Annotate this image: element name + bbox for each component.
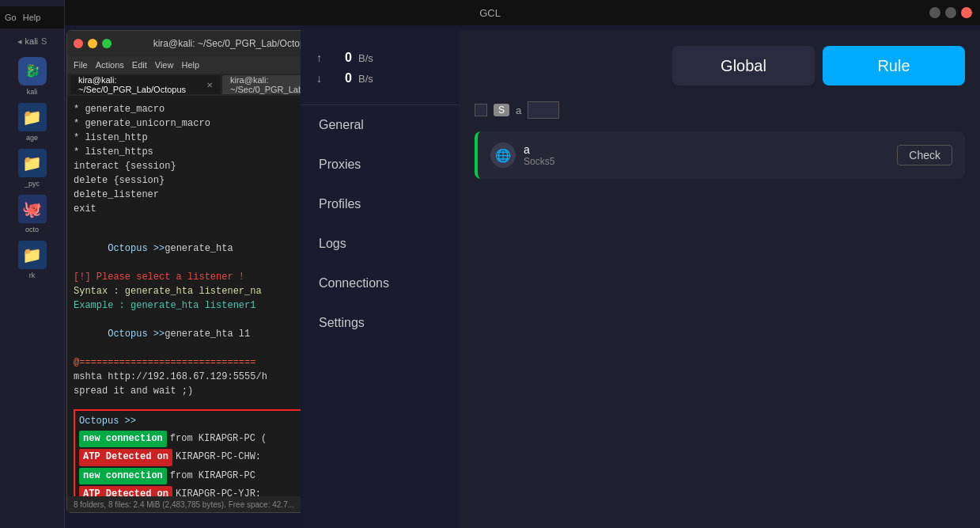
nav-item-proxies[interactable]: Proxies [301,145,459,184]
filter-checkbox[interactable] [475,104,487,116]
terminal-maximize-btn[interactable] [102,39,112,48]
terminal-close-btn[interactable] [74,39,83,48]
proxy-panel: ↑ 0 B/s ↓ 0 B/s General Proxies Profiles… [301,30,980,528]
upload-arrow-icon: ↑ [316,51,322,64]
proxy-entry-icon: 🌐 [490,142,516,168]
left-sidebar: Go Help ◂ kali S 🐉 kali 📁 age 📁 _pyc 🐙 o… [0,0,65,528]
gcl-minimize-btn[interactable] [929,7,940,18]
menu-actions[interactable]: Actions [96,60,124,70]
sidebar-item-octo[interactable]: 🐙 octo [9,192,56,235]
proxy-top-buttons: Global Rule [475,46,965,85]
sidebar-nav-help[interactable]: Help [23,13,41,22]
atp-2-text: KIRAPGR-PC-YJR: [176,487,261,496]
btn-rule[interactable]: Rule [823,46,965,85]
sidebar-breadcrumb: ◂ kali S [13,35,52,48]
prompt-label: Octopus >> [79,414,136,429]
connection-2-text: from KIRAPGR-PC [170,469,255,484]
nav-item-general[interactable]: General [301,105,459,145]
sidebar-nav-go[interactable]: Go [5,13,17,22]
pyc-icon: 📁 [18,149,47,177]
gcl-titlebar: GCL [0,0,980,25]
upload-speed-value: 0 [328,51,352,65]
gcl-maximize-btn[interactable] [945,7,956,18]
download-arrow-icon: ↓ [316,72,322,85]
proxy-filter: S a [475,101,965,119]
new-connection-badge-1: new connection [79,431,167,447]
proxy-entry: 🌐 a Socks5 Check [475,131,965,179]
menu-file[interactable]: File [74,60,88,70]
gcl-window-controls [929,7,972,18]
proxy-content: Global Rule S a 🌐 a Socks5 Check [459,30,980,528]
nav-item-connections[interactable]: Connections [301,264,459,303]
atp-1-text: KIRAPGR-PC-CHW: [176,450,261,465]
terminal-minimize-btn[interactable] [88,39,97,48]
sidebar-item-rk[interactable]: 📁 rk [9,238,56,281]
atp-badge-2: ATP Detected on [79,486,172,496]
download-speed-row: ↓ 0 B/s [316,71,443,85]
upload-speed-unit: B/s [358,52,373,64]
speed-panel: ↑ 0 B/s ↓ 0 B/s [301,38,459,105]
rk-icon: 📁 [18,241,47,269]
download-speed-value: 0 [328,71,352,85]
sidebar-item-pyc[interactable]: 📁 _pyc [9,146,56,189]
proxy-entry-name: a [524,143,889,156]
filter-badge-s[interactable]: S [494,104,509,116]
terminal-tab-1-label: kira@kali: ~/Sec/0_PGR_Lab/Octopus [78,75,202,94]
terminal-tab-1[interactable]: kira@kali: ~/Sec/0_PGR_Lab/Octopus ✕ [70,75,221,94]
filter-input[interactable] [528,101,559,119]
sidebar-item-kali[interactable]: 🐉 kali [9,55,56,97]
menu-help[interactable]: Help [181,60,199,70]
statusbar-text: 8 folders, 8 files: 2.4 MiB (2,483,785 b… [74,500,294,509]
proxy-entry-type: Socks5 [524,156,889,167]
new-connection-badge-2: new connection [79,468,167,484]
sidebar-item-age-label: age [26,134,38,142]
filter-a-label: a [516,104,521,116]
proxy-nav: ↑ 0 B/s ↓ 0 B/s General Proxies Profiles… [301,30,459,528]
octo-icon: 🐙 [18,195,47,223]
sidebar-item-age[interactable]: 📁 age [9,101,56,143]
sidebar-item-kali-label: kali [27,88,38,96]
upload-speed-row: ↑ 0 B/s [316,51,443,65]
nav-item-profiles[interactable]: Profiles [301,184,459,224]
age-icon: 📁 [18,103,47,131]
gcl-title: GCL [479,7,501,19]
kali-icon: 🐉 [18,57,47,85]
nav-item-settings[interactable]: Settings [301,303,459,343]
sidebar-item-octo-label: octo [25,226,39,234]
btn-check[interactable]: Check [897,145,952,165]
menu-view[interactable]: View [155,60,174,70]
sidebar-item-rk-label: rk [29,272,36,279]
gcl-close-btn[interactable] [961,7,972,18]
connection-1-text: from KIRAPGR-PC ( [170,431,267,446]
download-speed-unit: B/s [358,73,373,85]
nav-item-logs[interactable]: Logs [301,224,459,264]
proxy-entry-info: a Socks5 [524,143,889,167]
terminal-tab-1-close[interactable]: ✕ [206,81,213,89]
btn-global[interactable]: Global [672,46,815,85]
menu-edit[interactable]: Edit [132,60,147,70]
atp-badge-1: ATP Detected on [79,449,172,465]
sidebar-item-pyc-label: _pyc [25,180,40,188]
